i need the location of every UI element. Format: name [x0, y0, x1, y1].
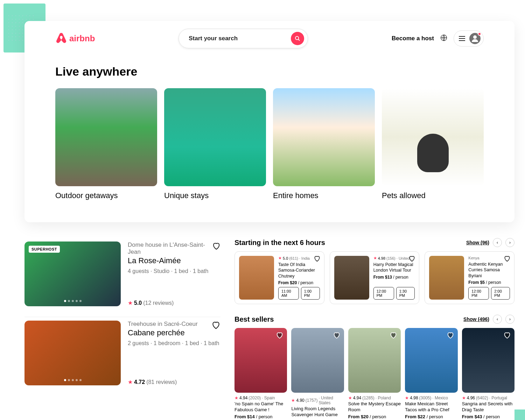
time-slot[interactable]: 1:00 PM: [301, 287, 320, 300]
time-slot[interactable]: 1:30 PM: [396, 287, 415, 300]
main-panel: airbnb Start your search Become a host L…: [24, 21, 514, 222]
experience-card[interactable]: Kenya Authentic Kenyan Curries Samosa By…: [425, 251, 514, 304]
experience-row: ★5.0(611)· India Taste Of India Samosa-C…: [234, 251, 514, 304]
category-card[interactable]: Entire homes: [273, 88, 375, 200]
listing-details: 4 guests · Studio · 1 bed · 1 bath: [128, 268, 220, 274]
search-icon: [295, 36, 300, 41]
time-slot[interactable]: 11:00 AM: [278, 287, 299, 300]
category-grid: Outdoor getaways Unique stays Entire hom…: [55, 88, 484, 200]
heart-icon[interactable]: [447, 331, 454, 339]
svg-point-6: [473, 35, 477, 39]
heart-icon[interactable]: [503, 331, 511, 339]
bestseller-image: [291, 328, 344, 393]
bestseller-name: Make Mexican Street Tacos with a Pro Che…: [405, 401, 457, 413]
category-image: [164, 88, 266, 186]
listing-card[interactable]: Treehouse in Sacré-Coeur Cabane perchée …: [24, 317, 220, 396]
heart-icon[interactable]: [211, 321, 220, 330]
language-button[interactable]: [440, 34, 447, 43]
heart-icon[interactable]: [276, 331, 284, 339]
experience-price: From $13 / person: [373, 275, 415, 280]
notification-dot: [478, 32, 481, 36]
category-card[interactable]: Pets allowed: [382, 88, 484, 200]
experience-image: [239, 256, 274, 300]
bestseller-name: 'no Spain no Game' The Fabulous Game !: [234, 401, 287, 413]
category-label: Unique stays: [164, 191, 266, 200]
bestseller-card[interactable]: ★4.90(1757)· United StatesLiving Room Le…: [291, 328, 344, 420]
bestseller-card[interactable]: ★4.94(1285)· PolandSolve the Mystery Esc…: [348, 328, 401, 420]
bestseller-price: From $14 / person: [234, 414, 287, 419]
carousel-dots: [64, 300, 82, 302]
bestseller-card[interactable]: ★4.94(2020)· Spain'no Spain no Game' The…: [234, 328, 287, 420]
time-slot[interactable]: 2:00 PM: [491, 287, 510, 300]
user-menu[interactable]: [454, 30, 484, 47]
listing-title: La Rose-Aimée: [128, 256, 212, 265]
heart-icon[interactable]: [390, 331, 397, 339]
category-card[interactable]: Outdoor getaways: [55, 88, 157, 200]
experience-name: Taste Of India Samosa-Coriander Chutney: [278, 262, 320, 279]
section-header: Starting in the next 6 hours Show (96) ‹…: [234, 238, 514, 247]
category-label: Pets allowed: [382, 191, 484, 200]
brand-text: airbnb: [69, 34, 95, 43]
section-title: Starting in the next 6 hours: [234, 239, 325, 247]
show-all-link[interactable]: Show (96): [466, 240, 489, 245]
bestseller-image: [462, 328, 514, 393]
heart-icon[interactable]: [212, 241, 220, 251]
bestseller-row: ★4.94(2020)· Spain'no Spain no Game' The…: [234, 328, 514, 420]
experience-card[interactable]: ★5.0(611)· India Taste Of India Samosa-C…: [234, 251, 324, 304]
become-host-link[interactable]: Become a host: [392, 35, 434, 42]
search-bar[interactable]: Start your search: [178, 29, 308, 48]
svg-point-0: [295, 36, 299, 40]
next-button[interactable]: ›: [505, 238, 514, 247]
bestseller-image: [234, 328, 287, 393]
star-icon: ★: [234, 396, 238, 400]
experience-price: From $20 / person: [278, 280, 320, 285]
category-card[interactable]: Unique stays: [164, 88, 266, 200]
section-header: Best sellers Show (496) ‹ ›: [234, 315, 514, 324]
show-all-link[interactable]: Show (496): [463, 316, 489, 322]
listing-image: SUPERHOST: [24, 241, 121, 306]
search-placeholder: Start your search: [189, 35, 238, 42]
listing-subtitle: Treehouse in Sacré-Coeur: [128, 321, 198, 328]
bestseller-card[interactable]: ★4.96(6402)· PortugalSangria and Secrets…: [462, 328, 514, 420]
heart-icon[interactable]: [504, 255, 511, 262]
star-icon: ★: [462, 396, 466, 400]
carousel-dots: [64, 379, 82, 381]
bestseller-price: From $22 / person: [405, 414, 457, 419]
star-icon: ★: [128, 379, 133, 385]
star-icon: ★: [128, 300, 133, 306]
next-button[interactable]: ›: [505, 315, 514, 324]
chevron-right-icon: ›: [509, 317, 511, 322]
category-label: Entire homes: [273, 191, 375, 200]
svg-line-1: [298, 39, 300, 41]
prev-button[interactable]: ‹: [493, 315, 502, 324]
superhost-badge: SUPERHOST: [29, 246, 60, 253]
bestseller-image: [405, 328, 457, 393]
listing-rating: ★4.72(81 reviews): [128, 379, 220, 385]
category-image: [273, 88, 375, 186]
category-image: [55, 88, 157, 186]
time-slot[interactable]: 12:00 PM: [373, 287, 394, 300]
experience-price: From $5 / person: [468, 280, 510, 285]
chevron-right-icon: ›: [509, 240, 511, 245]
heart-icon[interactable]: [408, 255, 415, 262]
bestseller-card[interactable]: ★4.98(3005)· MexicoMake Mexican Street T…: [405, 328, 457, 420]
search-button[interactable]: [291, 32, 304, 45]
heart-icon[interactable]: [333, 331, 341, 339]
experience-card[interactable]: ★4.98(156)· United… Harry Potter Magical…: [330, 251, 420, 304]
chevron-left-icon: ‹: [497, 240, 498, 245]
listing-subtitle: Dome house in L'Anse-Saint-Jean: [128, 241, 212, 255]
experience-image: [334, 256, 369, 300]
listing-details: 2 guests · 1 bedroom · 1 bed · 1 bath: [128, 340, 220, 346]
prev-button[interactable]: ‹: [493, 238, 502, 247]
experience-name: Harry Potter Magical London Virtual Tour: [373, 262, 415, 273]
logo[interactable]: airbnb: [55, 33, 95, 44]
bestseller-price: From $43 / person: [462, 414, 514, 419]
bestseller-price: From $20 / person: [348, 414, 401, 419]
time-slot[interactable]: 12:00 PM: [468, 287, 489, 300]
chevron-left-icon: ‹: [497, 317, 498, 322]
bestseller-name: Sangria and Secrets with Drag Taste: [462, 401, 514, 413]
heart-icon[interactable]: [314, 255, 321, 262]
star-icon: ★: [373, 256, 377, 260]
listing-card[interactable]: SUPERHOST Dome house in L'Anse-Saint-Jea…: [24, 238, 220, 317]
experience-image: [429, 256, 464, 300]
